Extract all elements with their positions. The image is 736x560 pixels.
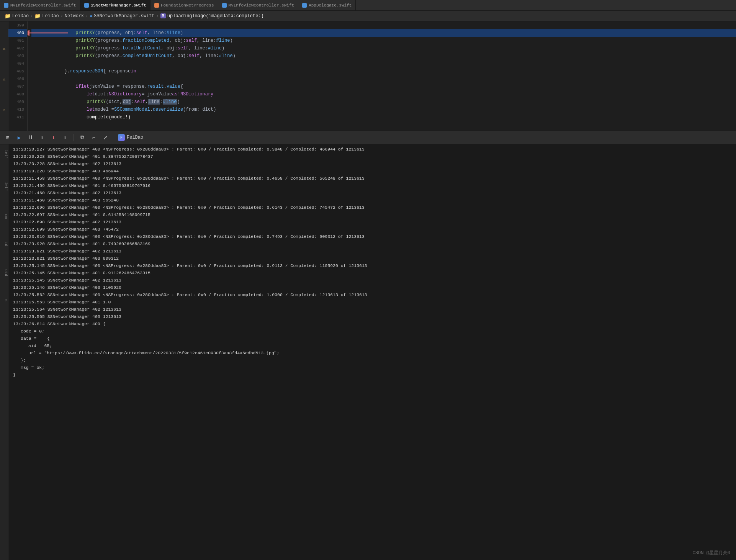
- debug-label-om: om: [0, 214, 8, 219]
- sidebar-letter-g: [0, 21, 8, 29]
- debug-output[interactable]: 13:23:20.227 SSNetworkManager 400 <NSPro…: [8, 144, 736, 560]
- code-line-407: if let jsonValue = response.result.value…: [31, 83, 736, 90]
- breadcrumb-feidao-2[interactable]: FeiDao: [42, 13, 59, 19]
- gutter-408: 408: [8, 90, 27, 98]
- tab-icon-4: [222, 3, 227, 8]
- sidebar-letter-8: [0, 98, 8, 106]
- breadcrumb-ssnetwork-file[interactable]: SSNetworkManager.swift: [94, 13, 154, 19]
- code-content: printXY(progress, obj: self, line: #line…: [28, 21, 736, 131]
- sidebar-letter-3: [0, 52, 8, 60]
- simulate-button[interactable]: ⤢: [101, 133, 110, 142]
- sidebar-letter-9: [0, 113, 8, 121]
- code-line-406: [31, 75, 736, 83]
- gutter-400[interactable]: 400: [8, 29, 27, 37]
- debug-output-container: let' let' om id oid s 13:23:20.227 SSNet…: [0, 144, 736, 560]
- toolbar-sep-2: [114, 134, 114, 141]
- debug-line-26: code = 0;: [13, 328, 731, 335]
- tab-appdelegate[interactable]: AppDelegate.swift: [298, 0, 356, 10]
- breadcrumb-m-badge: M: [160, 13, 166, 18]
- debug-line-2: 13:23:20.228 SSNetworkManager 401 0.3847…: [13, 153, 731, 160]
- code-line-401: printXY(progress.fractionCompleted, obj:…: [31, 37, 736, 44]
- pause-button[interactable]: ⏸: [26, 133, 35, 142]
- tab-myinfo-1[interactable]: MyInfoViewController.swift: [0, 0, 80, 10]
- sidebar-letter-6: [0, 83, 8, 90]
- tab-myinfo-2[interactable]: MyInfoViewController.swift: [218, 0, 299, 10]
- debug-label-let1: let': [0, 150, 8, 159]
- breadcrumb-sep-4: ›: [156, 13, 159, 19]
- debug-line-13: 13:23:23.919 SSNetworkManager 400 <NSPro…: [13, 233, 731, 241]
- debug-line-3: 13:23:20.228 SSNetworkManager 402 121361…: [13, 160, 731, 168]
- debug-line-18: 13:23:25.145 SSNetworkManager 401 0.9112…: [13, 270, 731, 277]
- debug-line-23: 13:23:25.564 SSNetworkManager 402 121361…: [13, 306, 731, 313]
- code-line-402: printXY(progress.totalUnitCount, obj: se…: [31, 44, 736, 52]
- step-into-button[interactable]: ⬇: [49, 133, 58, 142]
- step-over-icon: ⬆: [41, 134, 44, 141]
- tab-icon-5: [302, 3, 307, 8]
- debug-line-25: 13:23:26.814 SSNetworkManager 409 {: [13, 321, 731, 328]
- continue-button[interactable]: ▶: [15, 133, 24, 142]
- debug-line-32: }: [13, 372, 731, 379]
- debug-line-11: 13:23:22.698 SSNetworkManager 402 121361…: [13, 219, 731, 226]
- line-gutter: 399 400 401 402 403 404 405 406 407 408 …: [8, 21, 28, 131]
- gutter-406: 406: [8, 75, 27, 83]
- step-into-icon: ⬇: [52, 134, 55, 141]
- debug-line-21: 13:23:25.562 SSNetworkManager 400 <NSPro…: [13, 291, 731, 299]
- debug-line-29: url = "https://www.fiido.cc//storage/att…: [13, 350, 731, 357]
- debug-line-14: 13:23:23.920 SSNetworkManager 401 0.7492…: [13, 241, 731, 248]
- frame-button[interactable]: ⧉: [78, 133, 87, 142]
- toolbar-sep-1: [74, 134, 74, 141]
- step-over-button[interactable]: ⬆: [38, 133, 47, 142]
- code-line-411: complete(model!): [31, 113, 736, 121]
- sidebar-warning-1: ⚠: [0, 44, 8, 52]
- breadcrumb-folder-icon-1: 📁: [5, 13, 11, 19]
- cut-icon: ✂: [92, 134, 95, 141]
- code-line-400[interactable]: printXY(progress, obj: self, line: #line…: [31, 29, 736, 37]
- debug-line-30: };: [13, 357, 731, 364]
- gutter-409: 409: [8, 98, 27, 106]
- code-line-410: let model = SSCommonModel.deserialize(fr…: [31, 106, 736, 113]
- sidebar-letter-1: [0, 29, 8, 37]
- debug-line-24: 13:23:25.565 SSNetworkManager 403 121361…: [13, 313, 731, 321]
- sidebar-letter-5: [0, 67, 8, 75]
- gutter-403: 403: [8, 52, 27, 60]
- debug-label-oid: oid: [0, 269, 8, 276]
- gutter-402: 402: [8, 44, 27, 52]
- code-line-405: }.responseJSON { response in: [31, 67, 736, 75]
- debug-line-1: 13:23:20.227 SSNetworkManager 400 <NSPro…: [13, 146, 731, 153]
- breadcrumb-method[interactable]: uploadingImage(imageData:complete:): [167, 13, 264, 19]
- breadcrumb-sep-3: ›: [85, 13, 88, 19]
- gutter-410: 410: [8, 106, 27, 113]
- tab-ssnetwork[interactable]: SSNetworkManager.swift: [80, 0, 150, 10]
- breadcrumb-folder-icon-2: 📁: [34, 13, 41, 19]
- debug-arrow: [28, 28, 72, 38]
- gutter-405: 405: [8, 67, 27, 75]
- step-out-button[interactable]: ⬆: [61, 133, 70, 142]
- pause-icon: ⏸: [28, 134, 33, 141]
- debug-line-19: 13:23:25.145 SSNetworkManager 402 121361…: [13, 277, 731, 284]
- app-icon: F: [118, 134, 125, 141]
- tab-label-4: MyInfoViewController.swift: [229, 3, 294, 8]
- debug-line-8: 13:23:21.460 SSNetworkManager 403 565248: [13, 197, 731, 204]
- tab-label-5: AppDelegate.swift: [309, 3, 352, 8]
- tab-label-1: MyInfoViewController.swift: [10, 3, 76, 8]
- tab-icon-1: [4, 3, 8, 8]
- cut-button[interactable]: ✂: [89, 133, 98, 142]
- gutter-411: 411: [8, 113, 27, 121]
- breadcrumb-network[interactable]: Network: [65, 13, 84, 19]
- breadcrumb-feidao-1[interactable]: FeiDao: [12, 13, 29, 19]
- frame-icon: ⧉: [80, 134, 84, 141]
- debug-line-15: 13:23:23.921 SSNetworkManager 402 121361…: [13, 248, 731, 255]
- debug-line-9: 13:23:22.696 SSNetworkManager 400 <NSPro…: [13, 204, 731, 211]
- debug-line-22: 13:23:25.563 SSNetworkManager 401 1.0: [13, 299, 731, 306]
- debug-line-16: 13:23:23.921 SSNetworkManager 403 909312: [13, 255, 731, 262]
- breadcrumb-file-icon: ◆: [90, 13, 92, 18]
- debug-line-7: 13:23:21.460 SSNetworkManager 402 121361…: [13, 190, 731, 197]
- toggle-panel-button[interactable]: ⊞: [3, 133, 12, 142]
- gutter-401: 401: [8, 37, 27, 44]
- debug-line-12: 13:23:22.699 SSNetworkManager 403 745472: [13, 226, 731, 233]
- debug-sidebar: let' let' om id oid s: [0, 144, 8, 560]
- debug-label-let2: let': [0, 182, 8, 191]
- tab-foundation[interactable]: FoundationNetProgress: [150, 0, 218, 10]
- breadcrumb: 📁 FeiDao › 📁 FeiDao › Network › ◆ SSNetw…: [0, 11, 736, 21]
- debug-label-s: s: [0, 299, 8, 301]
